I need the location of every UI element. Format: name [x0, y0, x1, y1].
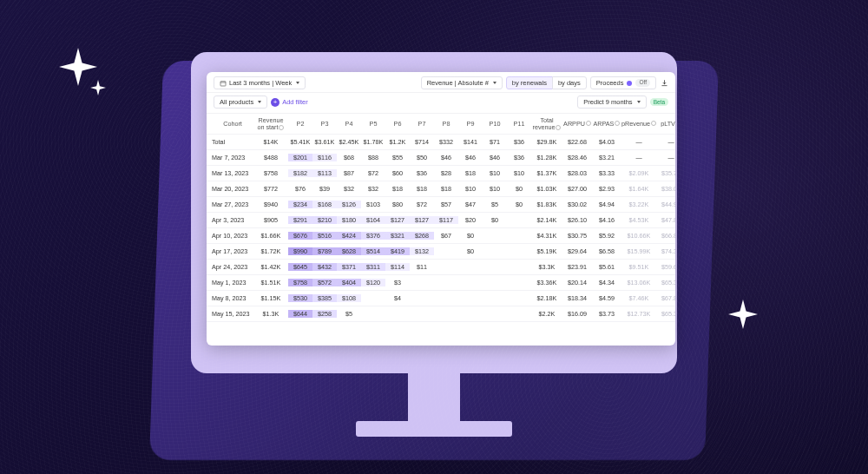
cell: $4.03 — [592, 138, 621, 146]
cell: $6.58 — [592, 247, 621, 255]
cell: $168 — [312, 201, 337, 208]
cell: $35.79 — [656, 169, 675, 177]
cell: $2.2K — [531, 310, 562, 318]
proceeds-label: Proceeds — [596, 80, 624, 87]
cell: — — [621, 154, 656, 161]
cell: $258 — [312, 310, 337, 318]
cell: $291 — [288, 216, 312, 224]
cell: $311 — [361, 263, 385, 271]
col-p5[interactable]: P5 — [361, 121, 385, 128]
products-filter[interactable]: All products — [214, 95, 267, 109]
cell: $67 — [434, 232, 458, 240]
cell: Mar 7, 2023 — [207, 154, 253, 161]
cell: $71 — [483, 138, 507, 146]
col-p11[interactable]: P11 — [507, 121, 531, 128]
col-revenue-on-start[interactable]: Revenue on start — [253, 117, 288, 131]
cell: $3.36K — [531, 279, 562, 286]
col-p4[interactable]: P4 — [337, 121, 361, 128]
col-p10[interactable]: P10 — [483, 121, 507, 128]
cell: $10 — [483, 169, 507, 177]
col-arpas[interactable]: ARPAS — [592, 121, 621, 128]
cell: $4.94 — [592, 201, 621, 208]
cell: $108 — [337, 294, 361, 302]
cell: $18 — [434, 185, 458, 193]
cell: $18 — [410, 185, 434, 193]
proceeds-state: Off — [635, 79, 650, 87]
cell: $18.34 — [562, 294, 592, 302]
cell: $385 — [312, 294, 337, 302]
cell: $28 — [434, 169, 458, 177]
cell: $38.01 — [656, 185, 675, 193]
cell: $28.03 — [562, 169, 592, 177]
col-p2[interactable]: P2 — [288, 121, 312, 128]
cell: $1.37K — [531, 169, 562, 177]
cell: $432 — [312, 263, 337, 271]
add-filter-label: Add filter — [282, 98, 308, 106]
cell: $572 — [312, 279, 337, 286]
cell: $36 — [507, 154, 531, 161]
col-p7[interactable]: P7 — [410, 121, 434, 128]
cell: $20 — [458, 216, 483, 224]
add-filter-button[interactable]: + Add filter — [271, 98, 308, 107]
beta-badge: Beta — [650, 98, 668, 106]
cell: $30.75 — [562, 232, 592, 240]
cell: $28.46 — [562, 154, 592, 161]
col-p6[interactable]: P6 — [385, 121, 410, 128]
cell: $11 — [410, 263, 434, 271]
cell: $424 — [337, 232, 361, 240]
col-total-revenue[interactable]: Total revenue — [531, 117, 562, 131]
decor-star-small — [90, 80, 106, 95]
cell: $2.93 — [592, 185, 621, 193]
seg-by-renewals[interactable]: by renewals — [506, 76, 553, 89]
cell: $530 — [288, 294, 312, 302]
table-row: Apr 3, 2023$905$291$210$180$164$127$127$… — [207, 213, 675, 228]
table-row: Mar 27, 2023$940$234$168$126$103$80$72$5… — [207, 197, 675, 213]
cell: $2.09K — [621, 169, 656, 177]
cell: $120 — [361, 279, 385, 286]
cell: $47 — [458, 201, 483, 208]
cell: $15.99K — [621, 247, 656, 255]
cell: $87 — [337, 169, 361, 177]
cell: $5.61 — [592, 263, 621, 271]
top-toolbar: Last 3 months | Week Revenue | Absolute … — [207, 72, 675, 93]
download-icon — [661, 79, 668, 88]
cell: $645 — [288, 263, 312, 271]
table-header: Cohort Revenue on start P2 P3 P4 P5 P6 P… — [207, 114, 675, 135]
proceeds-toggle[interactable]: Proceeds Off — [590, 76, 656, 89]
table-row: Apr 17, 2023$1.72K$990$789$628$514$419$1… — [207, 244, 675, 260]
date-range-picker[interactable]: Last 3 months | Week — [214, 76, 306, 89]
cell: $268 — [410, 232, 434, 240]
predict-select[interactable]: Predict 9 months — [577, 95, 646, 109]
download-button[interactable] — [660, 78, 668, 89]
table-row: Mar 13, 2023$758$182$113$87$72$60$36$28$… — [207, 166, 675, 181]
cell: — — [621, 138, 656, 146]
cell: $164 — [361, 216, 385, 224]
cell: $103 — [361, 201, 385, 208]
col-p8[interactable]: P8 — [434, 121, 458, 128]
cell: $1.2K — [385, 138, 410, 146]
calendar-icon — [220, 80, 227, 87]
cell: $5 — [337, 310, 361, 318]
cell: Apr 3, 2023 — [207, 216, 253, 224]
cell: $47.88 — [656, 216, 675, 224]
revenue-mode-select[interactable]: Revenue | Absolute # — [421, 76, 503, 89]
col-pltv[interactable]: pLTV — [656, 121, 675, 128]
cell: $0 — [483, 216, 507, 224]
cell: $1.64K — [621, 185, 656, 193]
cohort-table: Cohort Revenue on start P2 P3 P4 P5 P6 P… — [207, 114, 675, 322]
plus-icon: + — [271, 98, 279, 107]
cell: $3.21 — [592, 154, 621, 161]
col-p3[interactable]: P3 — [312, 121, 337, 128]
col-p9[interactable]: P9 — [458, 121, 483, 128]
seg-by-days[interactable]: by days — [552, 76, 587, 89]
cell: $321 — [385, 232, 410, 240]
cell: $46 — [434, 154, 458, 161]
col-prevenue[interactable]: pRevenue — [621, 121, 656, 128]
table-row: May 15, 2023$1.3K$644$258$5$2.2K$16.09$3… — [207, 306, 675, 322]
col-arppu[interactable]: ARPPU — [562, 121, 592, 128]
cell: $132 — [410, 247, 434, 255]
table-row: Mar 20, 2023$772$76$39$32$32$18$18$18$10… — [207, 181, 675, 197]
cell: $74.34 — [656, 247, 675, 255]
col-cohort[interactable]: Cohort — [207, 121, 253, 128]
cell: $10 — [507, 169, 531, 177]
